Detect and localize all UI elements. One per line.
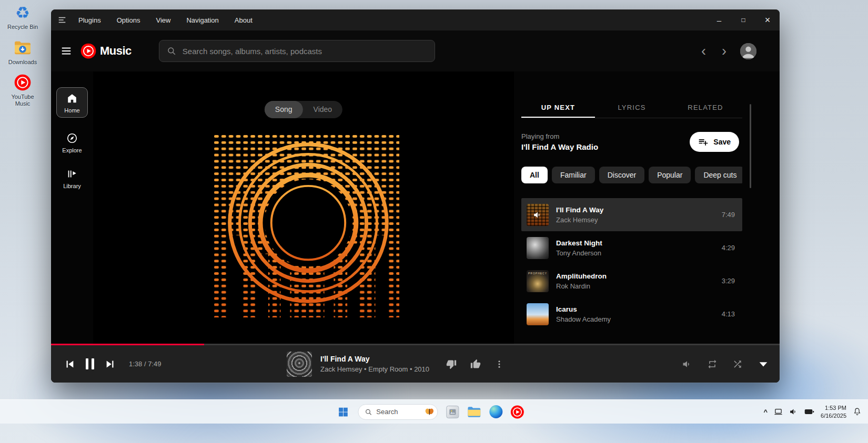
queue-item-artist[interactable]: Tony Anderson (556, 249, 716, 257)
chip-discover[interactable]: Discover (599, 167, 644, 183)
queue-panel: UP NEXT LYRICS RELATED Playing from I'll… (514, 71, 780, 344)
menu-plugins[interactable]: Plugins (78, 16, 101, 24)
sidebar-item-library[interactable]: Library (63, 168, 81, 189)
avatar-image (740, 43, 756, 59)
expand-player-button[interactable] (758, 358, 769, 370)
hamburger-menu-icon[interactable] (60, 45, 72, 57)
chip-familiar[interactable]: Familiar (552, 167, 595, 183)
queue-thumbnail (527, 303, 549, 325)
chip-deep-cuts[interactable]: Deep cuts (695, 167, 742, 183)
desktop-icon-downloads[interactable]: Downloads (5, 38, 40, 66)
desktop-icon-recycle-bin[interactable]: ♻ Recycle Bin (5, 3, 40, 30)
queue-item-title: Darkest Night (556, 239, 716, 247)
more-vert-icon (494, 359, 504, 369)
like-button[interactable] (470, 359, 481, 369)
forward-icon[interactable]: › (722, 44, 726, 58)
queue-item[interactable]: Darkest Night Tony Anderson 4:29 (521, 231, 742, 264)
window-menubar: Plugins Options View Navigation About (78, 16, 253, 24)
close-button[interactable]: × (755, 9, 780, 30)
brand-name: Music (100, 44, 132, 58)
tab-lyrics[interactable]: LYRICS (595, 99, 669, 118)
sidebar-item-label: Home (64, 107, 79, 114)
queue-item[interactable]: I'll Find A Way Zack Hemsey 7:49 (521, 198, 742, 231)
scrollbar[interactable] (750, 104, 751, 188)
clock[interactable]: 1:53 PM 6/16/2025 (821, 404, 846, 420)
minimize-button[interactable]: – (707, 9, 731, 30)
menu-navigation[interactable]: Navigation (186, 16, 218, 24)
chip-all[interactable]: All (521, 167, 548, 183)
repeat-button[interactable] (707, 359, 718, 369)
song-video-toggle: Song Video (265, 101, 342, 118)
taskbar-center: Search (336, 400, 524, 424)
playing-from-label: Playing from (521, 132, 598, 140)
volume-tray-icon[interactable] (789, 407, 798, 416)
toggle-video[interactable]: Video (303, 101, 343, 118)
search-highlight-icon (424, 407, 435, 417)
previous-button[interactable] (64, 358, 75, 370)
sidebar-item-home[interactable]: Home (56, 87, 88, 118)
pause-button[interactable] (86, 358, 94, 369)
search-input[interactable] (183, 47, 427, 56)
tray-chevron-icon[interactable]: ^ (763, 408, 768, 416)
edge-icon (489, 405, 502, 418)
save-button[interactable]: Save (690, 132, 739, 152)
secondary-controls (682, 345, 769, 383)
sidebar-item-label: Library (63, 183, 81, 189)
playing-from-title[interactable]: I'll Find A Way Radio (521, 142, 598, 151)
queue-item-artist[interactable]: Shadow Academy (556, 315, 716, 323)
toggle-song[interactable]: Song (265, 101, 303, 118)
menu-options[interactable]: Options (117, 16, 140, 24)
speaker-icon (533, 210, 542, 220)
desktop-icon-label: Downloads (8, 59, 37, 66)
notification-bell-icon[interactable] (853, 407, 862, 416)
track-info: I'll Find A Way Zack Hemsey • Empty Room… (287, 345, 504, 383)
queue-item[interactable]: PROPHECY Amplituhedron Rok Nardin 3:29 (521, 264, 742, 297)
track-subtitle[interactable]: Zack Hemsey • Empty Room • 2010 (320, 365, 429, 373)
back-icon[interactable]: ‹ (701, 44, 706, 58)
chip-popular[interactable]: Popular (649, 167, 691, 183)
panel-tabs: UP NEXT LYRICS RELATED (521, 99, 742, 118)
queue-list: I'll Find A Way Zack Hemsey 7:49 Darkest… (521, 198, 742, 331)
more-button[interactable] (494, 359, 504, 369)
yt-music-logo[interactable]: Music (80, 43, 132, 59)
playback-controls: 1:38 / 7:49 (64, 345, 161, 383)
skip-next-icon (105, 358, 116, 370)
taskbar-app-edge[interactable] (489, 405, 502, 419)
volume-button[interactable] (682, 359, 692, 369)
queue-item[interactable]: Icarus Shadow Academy 4:13 (521, 297, 742, 331)
shuffle-button[interactable] (732, 359, 743, 369)
queue-thumbnail (527, 204, 549, 226)
sidebar-item-explore[interactable]: Explore (62, 132, 82, 153)
tab-related[interactable]: RELATED (669, 99, 742, 118)
search-icon (365, 408, 372, 416)
battery-icon[interactable] (804, 408, 814, 416)
maximize-button[interactable]: □ (731, 9, 755, 30)
start-button[interactable] (336, 405, 350, 419)
taskbar-search[interactable]: Search (358, 404, 438, 420)
search-bar[interactable] (159, 40, 435, 62)
device-icon[interactable] (774, 407, 783, 416)
avatar[interactable] (740, 43, 756, 59)
desktop-icon-youtube-music[interactable]: YouTube Music (5, 73, 40, 107)
taskbar-app-photos[interactable] (446, 405, 459, 419)
youtube-music-icon (14, 73, 31, 92)
home-icon (66, 92, 78, 104)
menu-about[interactable]: About (235, 16, 253, 24)
app-menu-icon[interactable] (57, 15, 67, 25)
shuffle-icon (732, 359, 743, 369)
dislike-button[interactable] (446, 359, 457, 369)
now-playing-view: Song Video (93, 71, 514, 344)
desktop-icons: ♻ Recycle Bin Downloads (5, 3, 40, 107)
file-explorer-icon (467, 406, 481, 418)
window-controls: – □ × (707, 9, 780, 30)
queue-item-artist[interactable]: Zack Hemsey (556, 216, 716, 224)
queue-item-title: I'll Find A Way (556, 206, 716, 214)
app-body: Home Explore Library (51, 71, 780, 344)
taskbar-app-file-explorer[interactable] (467, 405, 481, 419)
repeat-icon (707, 359, 718, 369)
menu-view[interactable]: View (156, 16, 170, 24)
tab-up-next[interactable]: UP NEXT (521, 99, 595, 118)
next-button[interactable] (105, 358, 116, 370)
taskbar-app-youtube-music[interactable] (510, 405, 524, 419)
queue-item-artist[interactable]: Rok Nardin (556, 282, 716, 290)
